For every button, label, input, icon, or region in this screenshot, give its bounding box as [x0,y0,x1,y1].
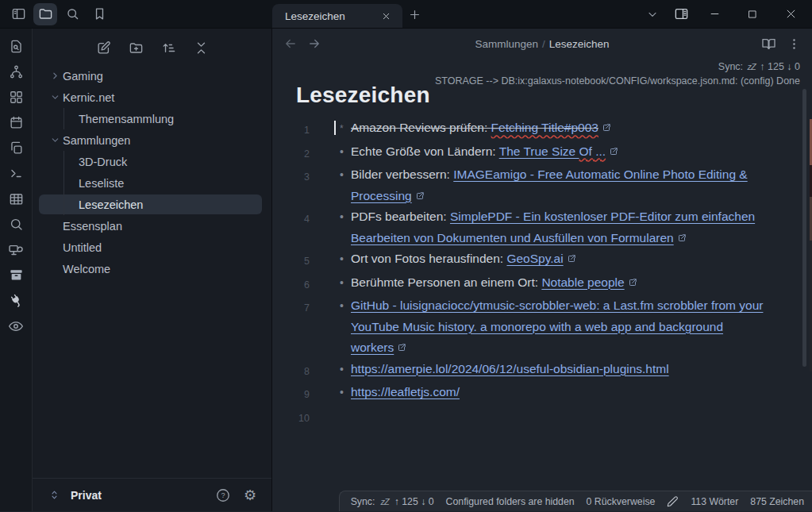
reading-mode-icon[interactable] [761,37,776,52]
status-word-count[interactable]: 113 Wörter [691,496,738,507]
tree-item-essensplan[interactable]: Essensplan [33,215,271,237]
graph-ribbon-button[interactable] [6,64,26,79]
tree-item-welcome[interactable]: Welcome [33,258,271,279]
sort-order-button[interactable] [158,38,179,57]
tree-item-sammlungen[interactable]: Sammlungen [33,129,271,151]
toggle-right-sidebar-button[interactable] [669,3,693,25]
note-line-2[interactable]: 2•Echte Größe von Ländern: The True Size… [272,141,812,165]
window-close-button[interactable] [774,2,807,26]
new-note-button[interactable] [93,38,114,57]
status-backlinks[interactable]: 0 Rückverweise [587,496,656,507]
line-body[interactable]: •https://amerpie.lol/2024/06/12/useful-o… [351,359,769,383]
help-button[interactable]: ? [213,485,233,506]
window-minimize-button[interactable] [698,2,731,26]
window-maximize-button[interactable] [736,2,769,26]
note-line-10[interactable]: 10 [272,406,812,429]
line-body[interactable]: •Echte Größe von Ländern: The True Size … [351,141,769,165]
scrollbar-thumb[interactable] [802,89,806,367]
note-link[interactable]: Notable people [541,275,624,289]
vault-name[interactable]: Privat [71,489,206,502]
line-body[interactable]: •Bilder verbessern: IMAGEamigo - Free Au… [351,164,769,206]
back-icon[interactable] [283,37,298,51]
tree-item-kernic-net[interactable]: Kernic.net [33,87,271,108]
sync-label: Sync: [718,61,743,72]
line-body[interactable]: •Ort von Fotos herausfinden: GeoSpy.ai [351,248,769,272]
line-body[interactable]: *Amazon Reviews prüfen: Fetching Title#p… [351,117,769,141]
line-body[interactable]: •GitHub - luisignaciocc/ytmusic-scrobble… [351,295,769,359]
line-body[interactable]: •PDFs bearbeiten: SimplePDF - Ein kosten… [351,206,769,248]
twisty[interactable] [50,135,63,145]
tree-item-label: Welcome [63,263,110,275]
collapse-all-button[interactable] [190,38,211,57]
note-line-8[interactable]: 8•https://amerpie.lol/2024/06/12/useful-… [272,359,812,383]
tree-item-gaming[interactable]: Gaming [33,65,271,87]
tree-item-untitled[interactable]: Untitled [33,237,271,258]
settings-button[interactable]: ⚙ [240,485,260,506]
tree-item-leseliste[interactable]: Leseliste [33,172,271,194]
line-body[interactable] [351,406,769,429]
indent-guide [63,108,64,129]
device-sync-ribbon-button[interactable] [6,242,26,257]
forward-icon[interactable] [307,37,321,51]
note-line-1[interactable]: 1*Amazon Reviews prüfen: Fetching Title#… [272,117,812,141]
explorer-header [33,29,271,62]
folder-icon [38,6,53,21]
file-tree: GamingKernic.netThemensammlungSammlungen… [33,62,271,279]
table-ribbon-button[interactable] [6,191,26,206]
note-link[interactable]: Fetching Title#p003 [491,121,598,134]
tab-close-button[interactable] [377,7,394,25]
note-line-4[interactable]: 4•PDFs bearbeiten: SimplePDF - Ein koste… [272,206,812,248]
twisty[interactable] [50,71,63,81]
toggle-left-sidebar-button[interactable] [6,3,30,25]
note-link[interactable]: https://amerpie.lol/2024/06/12/useful-ob… [351,362,669,375]
note-link[interactable]: The True Size [499,144,579,158]
note-link[interactable]: https://leafletjs.com/ [351,385,460,398]
sync-idle-icon: zZ [379,497,390,506]
note-link[interactable]: Of ... [579,144,606,158]
titlebar-right [641,0,812,28]
twisty[interactable] [50,92,63,102]
new-folder-button[interactable] [125,38,146,57]
terminal-ribbon-button[interactable] [6,166,26,181]
editor-content[interactable]: Sync: zZ ↑ 125 ↓ 0 STORAGE --> DB:ix:gal… [272,59,812,511]
new-tab-button[interactable] [402,3,426,25]
canvas-ribbon-button[interactable] [6,90,26,105]
tree-item-lesezeichen[interactable]: Lesezeichen [33,194,271,215]
tab-list-dropdown-button[interactable] [641,3,664,25]
note-link[interactable]: GeoSpy.ai [506,252,563,265]
status-sync[interactable]: Sync: zZ ↑ 125 ↓ 0 [351,496,434,507]
bookmarks-tab-button[interactable] [87,3,111,25]
note-line-9[interactable]: 9•https://leafletjs.com/ [272,382,812,406]
line-body[interactable]: •https://leafletjs.com/ [351,382,769,406]
ribbon [0,29,33,511]
tree-item-themensammlung[interactable]: Themensammlung [33,108,271,129]
plugin-ribbon-button[interactable] [6,293,26,308]
breadcrumb: Sammlungen/Lesezeichen [272,38,812,50]
tree-item-3d-druck[interactable]: 3D-Druck [33,151,271,172]
breadcrumb-parent[interactable]: Sammlungen [475,38,538,50]
status-edit-mode[interactable] [667,495,679,507]
vault-switcher-button[interactable] [44,485,64,506]
status-folders-hidden[interactable]: Configured folders are hidden [446,496,575,507]
omnisearch-ribbon-button[interactable] [6,217,26,232]
templates-ribbon-button[interactable] [6,141,26,156]
file-search-ribbon-button[interactable] [6,39,26,54]
reading-view-ribbon-button[interactable] [6,318,26,333]
files-tab-button[interactable] [33,3,57,25]
line-body[interactable]: •Berühmte Personen an einem Ort: Notable… [351,272,769,296]
view-header-actions [761,37,801,52]
note-line-3[interactable]: 3•Bilder verbessern: IMAGEamigo - Free A… [272,164,812,206]
note-line-5[interactable]: 5•Ort von Fotos herausfinden: GeoSpy.ai [272,248,812,272]
status-char-count[interactable]: 875 Zeichen [750,496,804,507]
tab-lesezeichen[interactable]: Lesezeichen [272,4,402,28]
note-line-7[interactable]: 7•GitHub - luisignaciocc/ytmusic-scrobbl… [272,295,812,359]
note-link[interactable]: GitHub - luisignaciocc/ytmusic-scrobbler… [351,298,763,354]
archive-ribbon-button[interactable] [6,268,26,283]
external-link-icon [609,147,618,156]
search-tab-button[interactable] [60,3,84,25]
more-options-icon[interactable] [787,37,801,51]
breadcrumb-current[interactable]: Lesezeichen [549,38,610,50]
calendar-ribbon-button[interactable] [6,115,26,130]
note-line-6[interactable]: 6•Berühmte Personen an einem Ort: Notabl… [272,272,812,296]
panel-left-icon [11,6,26,21]
